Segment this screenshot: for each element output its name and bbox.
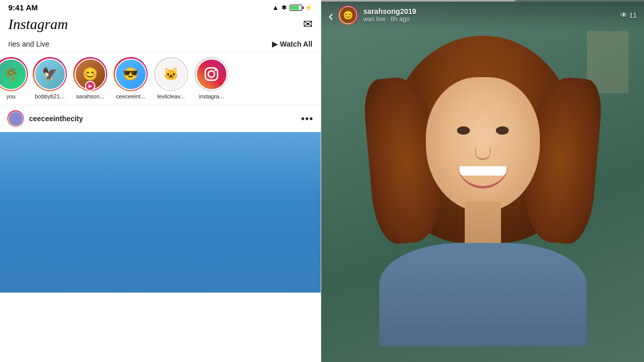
instagram-app-panel: 9:41 AM ▲ ✱ ⚡ Instagram ✉ ries and Live … [0,0,321,362]
live-user-info: sarahsong2019 was live · 8h ago [363,7,620,23]
sky-gradient [0,244,321,293]
story-ring: 🌴 [0,57,28,91]
stories-section-label: ries and Live [8,40,49,48]
viewer-eye-icon: 👁 [620,11,627,19]
eyes [457,126,509,135]
watch-all-label: Watch All [280,40,312,48]
back-button[interactable]: ‹ [328,8,333,24]
nose [475,147,491,160]
post-avatar-ring [7,110,24,127]
post-user-info: ceeceeinthecity [7,110,83,127]
teeth [460,166,506,176]
post-header: ceeceeinthecity ••• [0,105,321,132]
story-ring: 🐱 [154,57,188,91]
live-top-bar: ‹ 😊 sarahsong2019 was live · 8h ago 👁 11 [321,0,644,30]
live-user-avatar-ring: 😊 [338,5,358,25]
play-badge-icon: ▶ [85,81,95,91]
viewer-count-number: 11 [629,11,637,19]
story-ring [194,57,228,91]
right-eye [496,126,509,135]
avatar: 🐱 [155,59,187,90]
story-name: instagra... [199,93,224,99]
story-ring: 🦅 [33,57,67,91]
avatar [196,59,227,90]
face [426,77,540,212]
play-icon: ▶ [272,40,278,48]
viewer-count: 👁 11 [620,11,637,19]
status-icons: ▲ ✱ ⚡ [272,4,312,11]
story-name: sarahson... [76,93,104,99]
watch-all-button[interactable]: ▶ Watch All [272,40,312,48]
story-item-sarahsong[interactable]: 😊 ▶ sarahson... [71,57,109,99]
person-figure [353,25,612,362]
avatar: 🌴 [0,59,27,90]
svg-point-2 [214,69,217,71]
story-name: ceeceeint... [116,93,145,99]
post-image [0,132,321,293]
stories-scroll: 🌴 you 🦅 bobbyb21... 😊 ▶ sarahson... [0,52,321,105]
stories-header: ries and Live ▶ Watch All [0,37,321,52]
status-time: 9:41 AM [8,3,38,12]
left-eye [457,126,470,135]
story-name: bobbyb21... [35,93,65,99]
svg-point-1 [208,71,214,77]
post-username: ceeceeinthecity [29,114,83,123]
avatar: 😎 [115,59,147,90]
live-viewer-panel: ‹ 😊 sarahsong2019 was live · 8h ago 👁 11 [321,0,644,362]
story-ring: 😎 [113,57,148,91]
story-name: you [6,93,16,99]
direct-message-icon[interactable]: ✉ [303,18,312,31]
battery-icon [290,5,302,11]
bluetooth-icon: ✱ [281,4,287,11]
signal-icon: ▲ [272,4,279,11]
live-status: was live · 8h ago [363,16,620,23]
post-avatar [8,111,23,126]
charging-icon: ⚡ [305,4,312,11]
story-item-ceeceeint[interactable]: 😎 ceeceeint... [112,57,149,99]
avatar: 🦅 [34,59,66,90]
story-name: levilcleav... [158,93,185,99]
story-item-bobbyb21[interactable]: 🦅 bobbyb21... [31,57,68,99]
header-icons: ✉ [303,18,312,31]
story-item-instagram[interactable]: instagra... [193,57,230,99]
story-item-levilcleav[interactable]: 🐱 levilcleav... [152,57,190,99]
live-user-avatar: 😊 [339,6,357,24]
app-logo: Instagram [8,16,68,33]
live-username: sarahsong2019 [363,7,620,16]
app-header: Instagram ✉ [0,14,321,37]
more-options-button[interactable]: ••• [301,113,313,125]
story-item-you[interactable]: 🌴 you [0,57,28,99]
status-bar: 9:41 AM ▲ ✱ ⚡ [0,0,321,14]
shoulders [379,243,586,346]
